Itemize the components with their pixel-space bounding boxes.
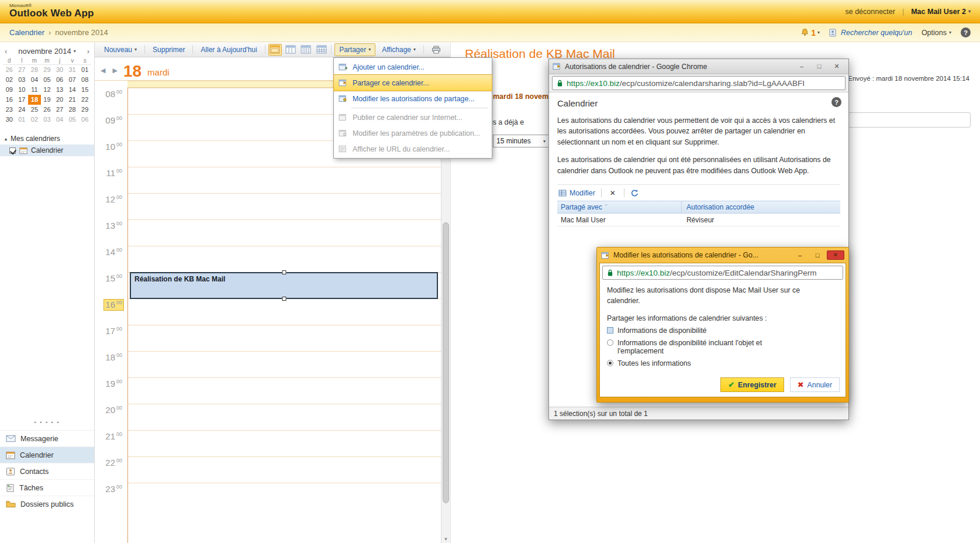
radio-icon[interactable] — [607, 339, 613, 346]
mini-calendar-day[interactable]: 05 — [66, 115, 79, 125]
mini-calendar-day[interactable]: 25 — [28, 105, 41, 115]
mini-calendar-day[interactable]: 31 — [66, 65, 79, 75]
day-grid-hour-slot[interactable] — [128, 219, 441, 246]
month-view-button[interactable] — [315, 44, 328, 56]
mini-calendar-day[interactable]: 16 — [3, 95, 16, 105]
close-button[interactable]: ✕ — [827, 250, 844, 260]
mini-calendar-day[interactable]: 27 — [16, 65, 29, 75]
mini-calendar-day[interactable]: 07 — [66, 75, 79, 85]
reminders-button[interactable]: 1 ▾ — [800, 28, 820, 37]
mini-calendar-day[interactable]: 15 — [78, 85, 91, 95]
sidebar-item-contacts[interactable]: Contacts — [0, 463, 94, 479]
event-resize-handle-bottom[interactable] — [282, 297, 286, 301]
mini-calendar-day[interactable]: 27 — [53, 105, 66, 115]
modify-button[interactable]: Modifier — [558, 189, 595, 197]
mini-calendar-day[interactable]: 26 — [3, 65, 16, 75]
work-week-view-button[interactable] — [284, 44, 297, 56]
mini-calendar-day[interactable]: 01 — [16, 115, 29, 125]
mini-calendar-day[interactable]: 14 — [66, 85, 79, 95]
mini-calendar-day[interactable]: 12 — [41, 85, 54, 95]
menu-item-share-this-calendar[interactable]: Partager ce calendrier... — [334, 75, 492, 91]
day-grid-hour-slot[interactable] — [128, 483, 441, 509]
reminder-select[interactable]: 15 minutes ▾ — [493, 135, 549, 147]
mini-calendar-day[interactable]: 04 — [28, 75, 41, 85]
mini-calendar-day[interactable]: 19 — [41, 95, 54, 105]
delete-button[interactable]: Supprimer — [148, 43, 189, 56]
option-checkbox-icon[interactable] — [607, 327, 613, 334]
mini-calendar-day[interactable]: 10 — [16, 85, 29, 95]
mini-calendar-day[interactable]: 22 — [78, 95, 91, 105]
help-button[interactable]: ? — [831, 97, 841, 107]
day-grid-hour-slot[interactable] — [128, 298, 441, 325]
url-box[interactable]: https://ex10.biz/ecp/customize/EditCalen… — [602, 266, 843, 280]
week-view-button[interactable] — [299, 44, 312, 56]
mini-calendar-day[interactable]: 30 — [3, 115, 16, 125]
view-menu-button[interactable]: Affichage ▾ — [377, 43, 420, 56]
sidebar-item-calendar[interactable]: Calendrier — [0, 145, 94, 156]
window-titlebar[interactable]: Autorisations de calendrier - Google Chr… — [549, 59, 848, 74]
scrollbar-thumb[interactable] — [443, 222, 449, 503]
day-grid-hour-slot[interactable] — [128, 325, 441, 351]
day-grid-hour-slot[interactable] — [128, 351, 441, 377]
table-row[interactable]: Mac Mail User Réviseur — [557, 214, 840, 226]
menu-item-edit-sharing-permissions[interactable]: Modifier les autorisations de partage... — [334, 91, 492, 106]
option-availability-only[interactable]: Informations de disponibilité — [607, 327, 838, 335]
sidebar-item-mail[interactable]: Messagerie — [0, 430, 94, 446]
sidebar-item-calendar-nav[interactable]: Calendrier — [0, 446, 94, 463]
mini-calendar-day[interactable]: 28 — [66, 105, 79, 115]
maximize-button[interactable]: □ — [811, 61, 827, 71]
share-button[interactable]: Partager ▾ — [334, 43, 375, 56]
mini-calendar-day[interactable]: 21 — [66, 95, 79, 105]
help-button[interactable]: ? — [961, 28, 971, 37]
breadcrumb-calendar-link[interactable]: Calendrier — [9, 28, 44, 37]
mini-calendar-day[interactable]: 08 — [78, 75, 91, 85]
close-button[interactable]: ✕ — [829, 61, 845, 71]
day-grid-hour-slot[interactable] — [128, 193, 441, 219]
sidebar-item-tasks[interactable]: Tâches — [0, 479, 94, 496]
day-grid-hour-slot[interactable] — [128, 430, 441, 456]
day-grid-hour-slot[interactable] — [128, 404, 441, 430]
maximize-button[interactable]: □ — [809, 250, 826, 260]
sign-out-link[interactable]: se déconnecter — [845, 8, 895, 16]
mini-calendar-day[interactable]: 24 — [16, 105, 29, 115]
new-button[interactable]: Nouveau ▾ — [99, 43, 142, 56]
window-titlebar[interactable]: Modifier les autorisations de calendrier… — [599, 248, 846, 263]
day-grid-hour-slot[interactable] — [128, 456, 441, 483]
mini-calendar-day[interactable]: 05 — [41, 75, 54, 85]
mini-calendar-month-selector[interactable]: novembre 2014 ▾ — [18, 47, 75, 56]
save-button[interactable]: ✔ Enregistrer — [720, 377, 784, 392]
mini-calendar-day[interactable]: 03 — [41, 115, 54, 125]
sidebar-item-public-folders[interactable]: Dossiers publics — [0, 496, 94, 512]
user-menu[interactable]: Mac Mail User 2 ▾ — [911, 8, 971, 16]
mini-calendar-day[interactable]: 06 — [53, 75, 66, 85]
mini-calendar-day[interactable]: 04 — [53, 115, 66, 125]
menu-item-add-calendar[interactable]: Ajouter un calendrier... — [334, 59, 492, 75]
mini-calendar-day[interactable]: 02 — [28, 115, 41, 125]
mini-calendar-day[interactable]: 29 — [41, 65, 54, 75]
next-day-icon[interactable]: ▶ — [112, 67, 117, 74]
print-button[interactable] — [427, 43, 446, 56]
mini-calendar-day[interactable]: 20 — [53, 95, 66, 105]
mini-calendar-day[interactable]: 17 — [16, 95, 29, 105]
day-grid-hour-slot[interactable] — [128, 377, 441, 404]
calendar-event[interactable]: Réalisation de KB Mac Mail — [130, 272, 438, 299]
option-all-information[interactable]: Toutes les informations — [607, 359, 838, 367]
mini-calendar-day[interactable]: 23 — [3, 105, 16, 115]
mini-calendar-day[interactable]: 18 — [28, 95, 41, 105]
event-resize-handle-top[interactable] — [282, 270, 286, 274]
mini-calendar-day[interactable]: 06 — [78, 115, 91, 125]
options-button[interactable]: Options ▾ — [922, 29, 951, 37]
refresh-button[interactable] — [630, 189, 639, 197]
scrollbar-down-icon[interactable]: ▼ — [441, 537, 450, 542]
mini-calendar-day[interactable]: 11 — [28, 85, 41, 95]
column-shared-with[interactable]: Partagé avec ˆ — [557, 201, 682, 213]
minimize-button[interactable]: – — [792, 250, 808, 260]
mini-calendar-prev-icon[interactable]: ‹ — [3, 47, 9, 56]
mini-calendar-day[interactable]: 09 — [3, 85, 16, 95]
mini-calendar-next-icon[interactable]: › — [85, 47, 91, 56]
day-grid-hour-slot[interactable] — [128, 167, 441, 193]
delete-entry-icon[interactable]: ✕ — [608, 189, 618, 197]
mini-calendar-day[interactable]: 02 — [3, 75, 16, 85]
option-availability-subject-location[interactable]: Informations de disponibilité incluant l… — [607, 339, 838, 355]
mini-calendar-day[interactable]: 01 — [78, 65, 91, 75]
